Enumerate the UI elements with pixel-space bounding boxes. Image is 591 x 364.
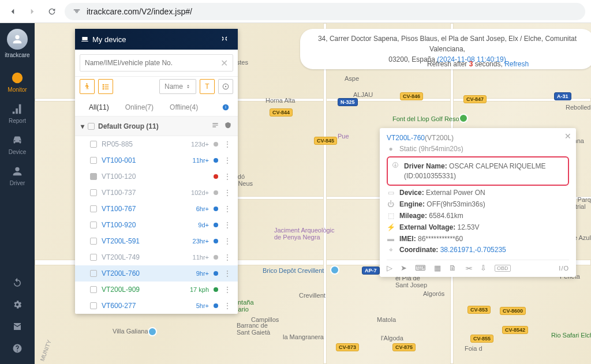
group-action-2-icon[interactable] xyxy=(224,121,232,131)
device-row[interactable]: VT200L-59123hr+⋮ xyxy=(75,233,238,249)
close-icon[interactable]: ✕ xyxy=(564,132,571,141)
target-button[interactable] xyxy=(218,79,233,94)
device-checkbox[interactable] xyxy=(90,141,97,148)
place-label: Foia d xyxy=(465,345,482,352)
device-checkbox[interactable] xyxy=(90,254,97,261)
place-label: la Mangranera xyxy=(283,333,324,340)
device-list: RP05-885123d+⋮VT100-00111hr+⋮VT100-120⋮V… xyxy=(75,136,238,314)
action-download-icon[interactable]: ⇩ xyxy=(480,264,487,272)
clear-icon[interactable]: ✕ xyxy=(220,58,228,69)
device-icon: ▭ xyxy=(387,188,395,198)
site-settings-icon[interactable] xyxy=(72,6,82,17)
info-icon[interactable]: i xyxy=(222,99,232,116)
action-share-icon[interactable]: ⫘ xyxy=(465,264,472,272)
action-obd-icon[interactable]: OBD xyxy=(495,265,511,272)
device-menu-icon[interactable]: ⋮ xyxy=(223,205,232,213)
address-bar[interactable]: itrackcare.com/V2/index.jsp#/ xyxy=(65,3,585,20)
map-canvas[interactable]: Los Batistes Horna Alta Aspe ALJAU Alend… xyxy=(35,23,591,364)
sort-by-name-button[interactable]: Name xyxy=(159,79,196,94)
device-checkbox[interactable] xyxy=(90,205,97,212)
forward-button[interactable] xyxy=(25,5,39,18)
device-menu-icon[interactable]: ⋮ xyxy=(223,237,232,245)
avatar[interactable] xyxy=(7,29,28,50)
action-fence-icon[interactable]: ▦ xyxy=(434,264,441,272)
svg-point-2 xyxy=(225,86,226,87)
device-menu-icon[interactable]: ⋮ xyxy=(223,140,232,148)
chevron-down-icon: ▾ xyxy=(81,122,84,130)
action-cmd-icon[interactable]: ⌨ xyxy=(415,264,426,272)
device-name: VT600-277 xyxy=(102,302,192,310)
status-dot-icon xyxy=(214,190,218,195)
reload-button[interactable] xyxy=(45,5,59,18)
device-checkbox[interactable] xyxy=(90,270,97,277)
tab-online[interactable]: Online(7) xyxy=(117,99,162,116)
device-checkbox[interactable] xyxy=(90,286,97,293)
device-row[interactable]: VT100-9209d+⋮ xyxy=(75,217,238,233)
device-checkbox[interactable] xyxy=(90,222,97,228)
device-row[interactable]: VT100-737102d+⋮ xyxy=(75,185,238,201)
rail-item-monitor[interactable]: Monitor xyxy=(0,66,35,97)
device-row[interactable]: VT100-00111hr+⋮ xyxy=(75,152,238,168)
io-button[interactable]: I/O xyxy=(559,265,569,272)
info-action-bar: ▷ ➤ ⌨ ▦ 🗎 ⫘ ⇩ OBD I/O xyxy=(387,260,569,272)
rail-item-driver[interactable]: Driver xyxy=(0,160,35,191)
device-menu-icon[interactable]: ⋮ xyxy=(223,286,232,294)
place-label: Campillos xyxy=(251,316,279,323)
device-row[interactable]: VT100-7676hr+⋮ xyxy=(75,201,238,217)
mail-icon[interactable] xyxy=(12,321,23,333)
tab-all[interactable]: All(11) xyxy=(81,99,117,116)
status-dot-icon xyxy=(214,239,218,243)
device-checkbox[interactable] xyxy=(90,189,97,196)
device-menu-icon[interactable]: ⋮ xyxy=(223,302,232,310)
refresh-link[interactable]: Refresh xyxy=(504,60,529,68)
text-mode-button[interactable]: T xyxy=(200,79,215,94)
device-row[interactable]: VT200L-7609hr+⋮ xyxy=(75,265,238,282)
group-action-1-icon[interactable] xyxy=(211,121,219,131)
device-menu-icon[interactable]: ⋮ xyxy=(223,253,232,261)
device-name: VT200L-591 xyxy=(102,237,188,245)
device-name: RP05-885 xyxy=(102,140,186,148)
device-row[interactable]: VT200L-74911hr+⋮ xyxy=(75,249,238,265)
tab-offline[interactable]: Offline(4) xyxy=(162,99,206,116)
device-row[interactable]: VT100-120⋮ xyxy=(75,168,238,185)
road-shield: CV-873 xyxy=(336,343,359,351)
device-row[interactable]: VT600-2775hr+⋮ xyxy=(75,298,238,314)
coordinate-link[interactable]: 38.261971,-0.705235 xyxy=(440,246,506,254)
place-label: Barranc de Sant Gaietà xyxy=(237,322,270,336)
device-checkbox[interactable] xyxy=(90,238,97,245)
device-menu-icon[interactable]: ⋮ xyxy=(223,269,232,277)
device-menu-icon[interactable]: ⋮ xyxy=(223,221,232,229)
voltage-icon: ⚡ xyxy=(387,223,395,232)
rail-item-device[interactable]: Device xyxy=(0,129,35,160)
device-menu-icon[interactable]: ⋮ xyxy=(223,156,232,164)
list-mode-button[interactable] xyxy=(98,79,113,94)
device-checkbox[interactable] xyxy=(90,157,97,164)
action-play-icon[interactable]: ▷ xyxy=(387,264,392,272)
device-row[interactable]: VT200L-90917 kph⋮ xyxy=(75,282,238,298)
gear-icon[interactable] xyxy=(12,299,23,311)
road-shield: CV-8600 xyxy=(500,307,526,315)
device-menu-icon[interactable]: ⋮ xyxy=(223,172,232,181)
collapse-icon[interactable] xyxy=(220,35,232,44)
rail-item-report[interactable]: Report xyxy=(0,97,35,129)
engine-icon: ⏻ xyxy=(387,200,395,209)
walk-mode-button[interactable] xyxy=(80,79,95,94)
action-doc-icon[interactable]: 🗎 xyxy=(449,264,457,272)
device-checkbox[interactable] xyxy=(90,173,97,180)
group-header[interactable]: ▾ Default Group (11) xyxy=(75,117,238,136)
road-shield: CV-847 xyxy=(463,95,487,103)
road-shield: N-325 xyxy=(338,98,358,106)
status-dot-icon xyxy=(214,287,218,292)
action-nav-icon[interactable]: ➤ xyxy=(401,264,407,272)
back-button[interactable] xyxy=(6,5,20,18)
device-menu-icon[interactable]: ⋮ xyxy=(223,189,232,197)
undo-icon[interactable] xyxy=(12,277,23,289)
device-row[interactable]: RP05-885123d+⋮ xyxy=(75,136,238,152)
browser-toolbar: itrackcare.com/V2/index.jsp#/ xyxy=(0,0,591,23)
help-icon[interactable] xyxy=(12,343,23,355)
device-checkbox[interactable] xyxy=(90,302,97,309)
device-search-input[interactable]: ✕ xyxy=(80,54,233,72)
road-shield: CV-845 xyxy=(314,137,337,145)
status-dot-icon xyxy=(214,271,218,276)
group-checkbox[interactable] xyxy=(88,123,95,130)
